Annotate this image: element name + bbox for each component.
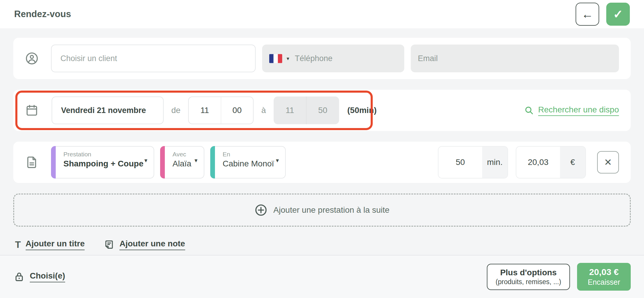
note-icon — [104, 239, 115, 250]
status-label: Choisi(e) — [30, 271, 65, 282]
currency-unit: € — [560, 147, 585, 178]
search-availability-link[interactable]: Rechercher une dispo — [524, 105, 619, 116]
chevron-down-icon: ▼ — [275, 158, 280, 164]
footer-actions: Plus d'options (produits, remises, ...) … — [487, 263, 631, 291]
search-availability-label: Rechercher une dispo — [538, 105, 619, 116]
service-value: Shampoing + Coupe — [63, 159, 143, 168]
title-icon: T — [15, 240, 21, 249]
duration-input[interactable] — [438, 147, 482, 178]
checkout-label: Encaisser — [588, 278, 620, 286]
room-label: En — [223, 151, 270, 158]
add-prestation-label: Ajouter une prestation à la suite — [273, 205, 390, 215]
search-icon — [524, 105, 534, 115]
service-accent-bar — [51, 146, 56, 179]
status-link[interactable]: Choisi(e) — [13, 271, 65, 283]
chevron-down-icon: ▼ — [193, 158, 198, 164]
arrow-left-icon: ← — [581, 8, 593, 21]
page-title: Rendez-vous — [14, 9, 71, 19]
email-input[interactable] — [411, 45, 619, 72]
end-time-group — [274, 96, 339, 124]
document-icon — [25, 155, 39, 169]
add-note-link[interactable]: Ajouter une note — [104, 239, 185, 250]
plus-circle-icon — [254, 204, 267, 217]
client-search-input[interactable] — [51, 45, 256, 72]
more-options-button[interactable]: Plus d'options (produits, remises, ...) — [487, 264, 570, 290]
back-button[interactable]: ← — [576, 3, 599, 26]
date-input[interactable] — [52, 96, 164, 124]
calendar-icon — [25, 104, 39, 117]
start-minute-input[interactable] — [221, 97, 253, 124]
room-value: Cabine Monoï — [223, 159, 274, 168]
close-icon: ✕ — [604, 157, 612, 168]
header-actions: ← ✓ — [576, 3, 630, 26]
secondary-actions: T Ajouter un titre Ajouter une note — [13, 239, 631, 250]
country-caret-icon[interactable]: ▼ — [286, 56, 290, 61]
more-options-sublabel: (produits, remises, ...) — [496, 278, 561, 286]
footer: Choisi(e) Plus d'options (produits, remi… — [0, 255, 644, 298]
add-title-label: Ajouter un titre — [26, 239, 85, 250]
more-options-label: Plus d'options — [496, 268, 561, 277]
duration-unit: min. — [482, 147, 507, 178]
staff-value: Alaïa — [172, 159, 191, 168]
check-icon: ✓ — [613, 7, 623, 21]
person-icon — [25, 52, 39, 65]
chevron-down-icon: ▼ — [143, 158, 148, 164]
from-label: de — [171, 106, 180, 115]
end-minute-input — [306, 96, 339, 124]
phone-input[interactable] — [295, 45, 399, 72]
staff-dropdown[interactable]: Avec Alaïa ▼ — [160, 146, 204, 179]
confirm-button[interactable]: ✓ — [606, 3, 630, 26]
add-title-link[interactable]: T Ajouter un titre — [15, 239, 85, 250]
staff-accent-bar — [160, 146, 165, 179]
price-input[interactable] — [516, 147, 560, 178]
staff-label: Avec — [172, 151, 188, 158]
france-flag-icon[interactable] — [269, 54, 282, 63]
add-note-label: Ajouter une note — [119, 239, 185, 250]
add-prestation-button[interactable]: Ajouter une prestation à la suite — [13, 194, 631, 227]
total-amount: 20,03 € — [588, 267, 620, 277]
service-label: Prestation — [63, 151, 138, 158]
header: Rendez-vous ← ✓ — [0, 0, 644, 28]
client-card: ▼ — [13, 38, 631, 79]
phone-field[interactable]: ▼ — [262, 45, 404, 72]
checkout-button[interactable]: 20,03 € Encaisser — [577, 263, 631, 291]
price-group: € — [516, 146, 586, 179]
to-label: à — [261, 106, 266, 115]
prestation-card: Prestation Shampoing + Coupe ▼ Avec Alaï… — [13, 142, 631, 183]
datetime-card: de à (50min) Rechercher une dispo — [13, 90, 631, 131]
main-content: ▼ de à (50min) Rechercher une dispo — [0, 28, 644, 255]
service-dropdown[interactable]: Prestation Shampoing + Coupe ▼ — [51, 146, 154, 179]
room-accent-bar — [210, 146, 215, 179]
start-time-group — [188, 96, 254, 124]
duration-hint: (50min) — [347, 106, 377, 115]
remove-prestation-button[interactable]: ✕ — [597, 151, 619, 173]
duration-group: min. — [438, 146, 508, 179]
room-dropdown[interactable]: En Cabine Monoï ▼ — [210, 146, 286, 179]
start-hour-input[interactable] — [189, 97, 221, 124]
end-hour-input — [274, 96, 307, 124]
lock-icon — [13, 271, 25, 283]
